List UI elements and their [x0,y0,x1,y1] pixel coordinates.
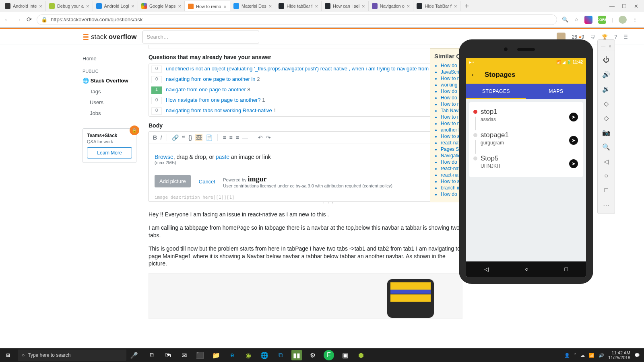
store-icon[interactable]: 🛍 [163,350,173,360]
nav-home-icon[interactable]: ○ [525,266,528,272]
new-tab-button[interactable]: + [460,2,473,10]
sidebar-item-jobs[interactable]: Jobs [83,108,144,119]
browse-link[interactable]: Browse [155,154,173,160]
image-button[interactable]: 🖼 [195,134,202,141]
compass-icon[interactable]: ➤ [569,136,578,145]
close-icon[interactable]: ✕ [634,3,638,9]
sidebar-item-users[interactable]: Users [83,97,144,108]
sidebar-item-home[interactable]: Home [83,53,144,64]
volume-icon[interactable]: 🔊 [599,353,604,358]
notifications-icon[interactable]: 💬 [634,353,640,358]
explorer-icon[interactable]: 📁 [211,350,221,360]
close-icon[interactable]: × [362,3,365,9]
volume-down-icon[interactable]: 🔉 [598,82,615,96]
sidebar-item-stackoverflow[interactable]: 🌐 Stack Overflow [83,75,144,86]
achievements-icon[interactable]: 🏆 [602,34,608,40]
overview-icon[interactable]: □ [598,183,615,197]
undo-button[interactable]: ↶ [258,134,263,141]
suggestion-link[interactable]: navigating from one page to another in [166,76,256,82]
tab-5[interactable]: Material Des× [230,1,275,11]
close-icon[interactable]: × [454,3,457,9]
tab-7[interactable]: How can I sel× [322,1,369,11]
close-icon[interactable]: × [407,3,410,9]
start-button[interactable]: ⊞ [0,352,16,358]
cancel-button[interactable]: Cancel [199,179,215,185]
nav-recent-icon[interactable]: □ [565,266,568,272]
camera-icon[interactable]: 📷 [598,125,615,140]
menu-icon[interactable]: ☰ [623,34,628,40]
redo-button[interactable]: ↷ [266,134,271,141]
olist-button[interactable]: ≡ [223,134,226,141]
suggestion-link[interactable]: navigating from tabs not working React-n… [166,107,272,113]
people-icon[interactable]: 👤 [564,353,570,358]
stop-item[interactable]: Stop5UHNJKH➤ [469,151,583,175]
hr-button[interactable]: — [242,134,248,141]
android-studio-icon[interactable]: ◉ [243,350,254,360]
tab-9[interactable]: Hide TabBar f× [413,1,460,11]
taskbar-clock[interactable]: 11:42 AM 11/25/2018 [608,350,630,360]
vscode-icon[interactable]: ⧉ [275,350,286,360]
close-icon[interactable]: × [39,3,42,9]
terminal-icon[interactable]: ▣ [340,350,350,360]
help-icon[interactable]: ? [614,34,617,40]
back-icon[interactable]: ◁ [598,154,615,169]
taskbar-search[interactable]: ○Type here to search [18,350,126,361]
add-picture-button[interactable]: Add picture [155,175,191,187]
stop-item[interactable]: stopage1gurgugram➤ [469,128,583,151]
tab-3[interactable]: Google Maps× [138,1,185,11]
menu-icon[interactable]: ⋮ [632,16,638,23]
nav-back-icon[interactable]: ◁ [484,266,489,272]
paste-link[interactable]: paste [216,154,229,160]
onedrive-icon[interactable]: ☁ [580,353,585,358]
forward-button[interactable]: → [15,16,22,23]
close-icon[interactable]: × [269,3,272,9]
italic-button[interactable]: I [160,134,162,141]
bold-button[interactable]: B [153,134,157,141]
settings-icon[interactable]: ⚙ [308,350,318,360]
compass-icon[interactable]: ➤ [569,159,578,168]
extension-icon[interactable] [584,16,592,24]
chrome-icon[interactable]: 🌐 [259,350,270,360]
compass-icon[interactable]: ➤ [569,113,578,121]
mail-icon[interactable]: ✉ [179,350,189,360]
maximize-icon[interactable]: ☐ [622,3,627,9]
reputation[interactable]: 26 ●9 [572,34,584,40]
suggestion-link[interactable]: How navigate from one page to another? [166,97,261,103]
minimize-icon[interactable]: — [609,3,615,9]
tab-4[interactable]: How to remo× [185,1,230,11]
suggestion-link[interactable]: navigate from one page to another [166,86,246,93]
zoom-icon[interactable]: 🔍 [598,140,615,154]
sidebar-item-tags[interactable]: Tags [83,86,144,97]
zoom-icon[interactable]: 🔍 [562,16,568,23]
more-icon[interactable]: ⋯ [598,197,615,212]
emu-minimize-icon[interactable]: — [601,44,605,49]
rotate-left-icon[interactable]: ◇ [598,96,615,111]
tab-maps[interactable]: MAPS [526,84,586,99]
volume-up-icon[interactable]: 🔊 [598,67,615,82]
inbox-icon[interactable]: 🗨 [590,34,595,40]
snippet-button[interactable]: 📄 [206,134,213,141]
back-button[interactable]: ← [4,16,10,23]
address-bar[interactable]: 🔒 https://stackoverflow.com/questions/as… [37,14,557,25]
power-icon[interactable]: ⏻ [598,53,615,67]
quote-button[interactable]: ❝ [182,134,185,141]
back-icon[interactable]: ← [470,70,479,80]
close-icon[interactable]: × [86,3,89,9]
star-icon[interactable]: ☆ [574,16,579,23]
close-icon[interactable]: × [223,4,227,10]
tab-6[interactable]: Hide tabBar f× [275,1,322,11]
edge-icon[interactable]: e [227,350,237,360]
wifi-icon[interactable]: 📶 [589,353,594,358]
emu-close-icon[interactable]: × [609,44,611,49]
app-icon[interactable]: F [324,350,334,360]
so-logo[interactable]: ≣ stackoverflow [83,32,137,42]
learn-more-button[interactable]: Learn More [87,147,132,158]
close-icon[interactable]: × [131,3,134,9]
ulist-button[interactable]: ≡ [229,134,233,141]
stop-item[interactable]: stop1assdas➤ [469,105,583,128]
emulator-icon[interactable]: ⬢ [356,350,366,360]
tab-stopages[interactable]: STOPAGES [466,84,526,99]
tab-1[interactable]: Debug your a× [46,1,93,11]
close-icon[interactable]: × [178,3,181,9]
tab-8[interactable]: Navigation o× [369,1,414,11]
